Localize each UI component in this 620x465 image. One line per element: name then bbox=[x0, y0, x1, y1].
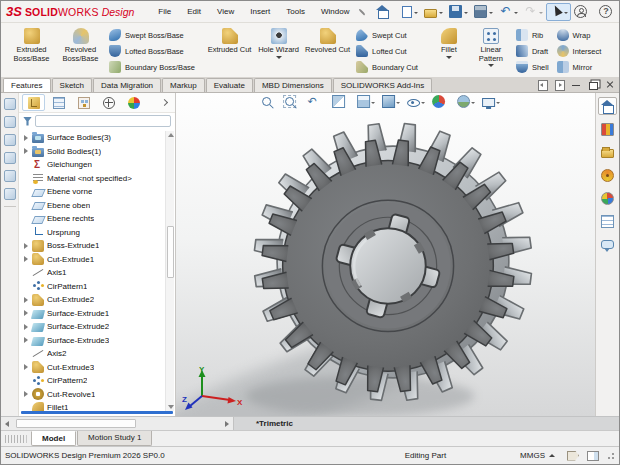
ribbon-button[interactable]: Boundary Boss/Base bbox=[105, 59, 199, 75]
ribbon-button[interactable]: Revolved Cut bbox=[303, 25, 352, 76]
pane-left-icon[interactable] bbox=[535, 79, 549, 90]
command-tab[interactable]: Data Migration bbox=[93, 78, 161, 92]
tree-item[interactable]: Ebene vorne bbox=[22, 185, 165, 199]
dropdown-arrow-icon[interactable] bbox=[371, 102, 375, 106]
ribbon-button[interactable]: Lofted Boss/Base bbox=[105, 43, 199, 59]
doc-minimize-button[interactable] bbox=[569, 79, 583, 90]
task-pane-tab[interactable] bbox=[598, 97, 617, 115]
featuremanager-tab[interactable] bbox=[122, 94, 145, 111]
task-pane-tab[interactable] bbox=[598, 212, 617, 230]
graphics-area[interactable]: Y X Z bbox=[176, 93, 595, 416]
dropdown-arrow-icon[interactable] bbox=[396, 102, 400, 106]
tree-item[interactable]: Cut-Revolve1 bbox=[22, 388, 165, 402]
scrollbar-thumb[interactable] bbox=[16, 419, 136, 428]
doc-close-button[interactable] bbox=[603, 79, 617, 90]
view-toolbar-button[interactable] bbox=[379, 94, 404, 109]
ribbon-button[interactable]: Mirror bbox=[553, 59, 606, 75]
dropdown-arrow-icon[interactable] bbox=[464, 12, 468, 16]
scroll-right-arrow[interactable] bbox=[220, 417, 233, 430]
view-toolbar-button[interactable] bbox=[404, 95, 429, 108]
menu-item[interactable]: Insert bbox=[242, 3, 278, 20]
tree-item[interactable]: Axis1 bbox=[22, 266, 165, 280]
view-toolbar-button[interactable] bbox=[304, 94, 329, 109]
tree-item[interactable]: Surface-Extrude1 bbox=[22, 307, 165, 321]
dropdown-arrow-icon[interactable] bbox=[564, 12, 568, 16]
dropdown-arrow-icon[interactable] bbox=[489, 12, 493, 16]
ribbon-button[interactable]: Extruded Cut bbox=[205, 25, 254, 76]
menu-item[interactable]: Window bbox=[313, 3, 357, 20]
task-pane-tab[interactable] bbox=[598, 120, 617, 138]
menu-item[interactable]: File bbox=[150, 3, 179, 20]
qat-button[interactable] bbox=[596, 3, 620, 21]
qat-button[interactable] bbox=[521, 3, 546, 21]
ribbon-button[interactable]: Boundary Cut bbox=[352, 59, 422, 75]
ribbon-button[interactable]: Rib bbox=[512, 27, 553, 43]
expand-arrow-icon[interactable] bbox=[23, 256, 29, 262]
dropdown-arrow-icon[interactable] bbox=[488, 64, 494, 70]
featuremanager-tab[interactable] bbox=[97, 94, 120, 111]
dropdown-arrow-icon[interactable] bbox=[276, 56, 282, 62]
featuremanager-tab[interactable] bbox=[72, 94, 95, 111]
dropdown-arrow-icon[interactable] bbox=[514, 12, 518, 16]
pane-right-icon[interactable] bbox=[552, 79, 566, 90]
view-toolbar-button[interactable] bbox=[454, 94, 479, 109]
task-pane-tab[interactable] bbox=[598, 166, 617, 184]
ribbon-button[interactable]: Hole Wizard bbox=[254, 25, 303, 76]
status-tag-icon[interactable] bbox=[567, 451, 579, 461]
surface-extrude-icon[interactable] bbox=[4, 116, 16, 128]
task-pane-tab[interactable] bbox=[598, 143, 617, 161]
tree-item[interactable]: Surface Bodies(3) bbox=[22, 131, 165, 145]
tree-item[interactable]: Surface-Extrude2 bbox=[22, 320, 165, 334]
surface-sweep-icon[interactable] bbox=[4, 98, 16, 110]
doc-restore-button[interactable] bbox=[586, 79, 600, 90]
dropdown-arrow-icon[interactable] bbox=[414, 12, 418, 16]
ribbon-button[interactable]: Draft bbox=[512, 43, 553, 59]
tree-item[interactable]: Cut-Extrude2 bbox=[22, 293, 165, 307]
task-pane-tab[interactable] bbox=[598, 235, 617, 253]
expand-arrow-icon[interactable] bbox=[23, 135, 29, 141]
pin-menu-icon[interactable] bbox=[359, 8, 366, 15]
menu-item[interactable]: View bbox=[209, 3, 242, 20]
expand-panel-chevron-icon[interactable] bbox=[161, 99, 168, 106]
ribbon-button[interactable]: Intersect bbox=[553, 43, 606, 59]
expand-arrow-icon[interactable] bbox=[23, 310, 29, 316]
command-tab[interactable]: Features bbox=[3, 78, 51, 92]
qat-button[interactable] bbox=[446, 3, 471, 21]
command-tab[interactable]: Sketch bbox=[52, 78, 92, 92]
tree-item[interactable]: Surface-Extrude3 bbox=[22, 334, 165, 348]
scroll-up-arrow[interactable] bbox=[167, 131, 174, 139]
dropdown-arrow-icon[interactable] bbox=[421, 102, 425, 106]
qat-button[interactable] bbox=[471, 3, 496, 21]
ribbon-button[interactable]: Revolved Boss/Base bbox=[56, 25, 105, 76]
resize-grip[interactable] bbox=[607, 452, 615, 460]
dropdown-arrow-icon[interactable] bbox=[446, 56, 452, 62]
dropdown-arrow-icon[interactable] bbox=[496, 102, 500, 106]
ribbon-button[interactable]: Lofted Cut bbox=[352, 43, 422, 59]
expand-arrow-icon[interactable] bbox=[23, 324, 29, 330]
horizontal-scrollbar[interactable] bbox=[1, 417, 234, 430]
command-tab[interactable]: Evaluate bbox=[206, 78, 253, 92]
expand-arrow-icon[interactable] bbox=[23, 243, 29, 249]
ribbon-button[interactable]: Shell bbox=[512, 59, 553, 75]
tree-item[interactable]: Cut-Extrude3 bbox=[22, 361, 165, 375]
featuremanager-tab[interactable] bbox=[47, 94, 70, 111]
expand-arrow-icon[interactable] bbox=[23, 364, 29, 370]
command-tab[interactable]: Markup bbox=[162, 78, 205, 92]
ribbon-button[interactable]: Fillet bbox=[428, 25, 470, 76]
featuremanager-tab[interactable] bbox=[22, 94, 45, 111]
scroll-down-arrow[interactable] bbox=[167, 403, 174, 411]
units-dropdown[interactable]: MMGS bbox=[516, 450, 559, 461]
rollback-bar[interactable] bbox=[21, 411, 173, 414]
view-toolbar-button[interactable] bbox=[258, 95, 281, 108]
tab-splitter-grip[interactable] bbox=[5, 435, 27, 443]
freeform-icon[interactable] bbox=[4, 152, 16, 164]
expand-arrow-icon[interactable] bbox=[23, 297, 29, 303]
ribbon-button[interactable]: Reference Geometry bbox=[611, 25, 620, 76]
appearance-icon[interactable] bbox=[4, 170, 16, 182]
tree-item[interactable]: Axis2 bbox=[22, 347, 165, 361]
status-pane-icon[interactable] bbox=[587, 451, 599, 461]
qat-button[interactable] bbox=[421, 3, 446, 21]
qat-button[interactable] bbox=[373, 3, 398, 21]
model-tab[interactable]: Model bbox=[31, 431, 76, 446]
view-toolbar-button[interactable] bbox=[429, 94, 454, 109]
